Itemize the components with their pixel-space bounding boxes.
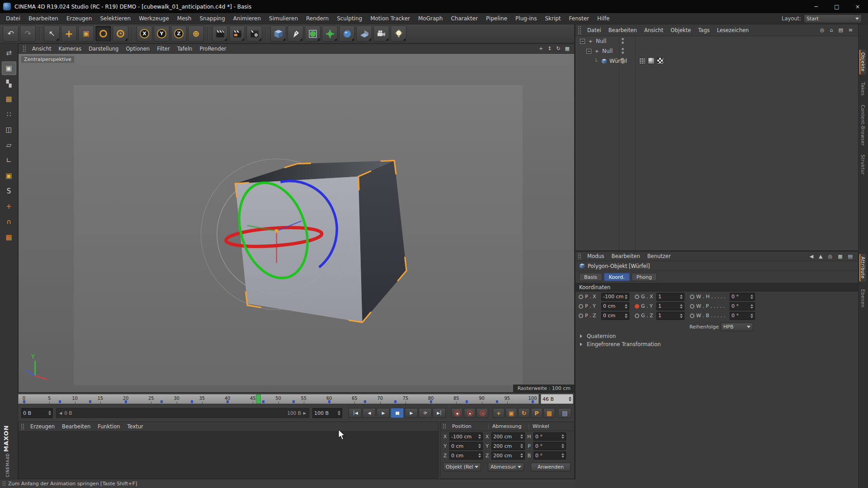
y-axis-lock-button[interactable]: Y <box>154 26 170 42</box>
play-forwards-button[interactable]: ▶ <box>377 408 390 418</box>
keyframe-marker[interactable] <box>394 400 396 403</box>
panel-grip[interactable] <box>2 481 6 487</box>
viewport-menu-optionen[interactable]: Optionen <box>122 45 153 53</box>
menu-animieren[interactable]: Animieren <box>229 14 265 23</box>
list-icon[interactable]: ▤ <box>846 253 854 259</box>
uv-mode-button[interactable]: ▦ <box>2 92 16 106</box>
vertical-splitter[interactable] <box>574 24 576 488</box>
edges-mode-button[interactable]: ◫ <box>2 123 16 136</box>
menu-bearbeiten[interactable]: Bearbeiten <box>24 14 62 23</box>
redo-button[interactable]: ↷ <box>20 26 36 42</box>
search-icon[interactable]: ◎ <box>818 27 826 33</box>
keyframe-marker[interactable] <box>328 400 330 403</box>
viewport-menu-tafeln[interactable]: Tafeln <box>174 45 196 53</box>
object-name[interactable]: Null <box>596 38 606 44</box>
preview-range-slider[interactable]: ◀ 0 B 100 B ▶ <box>56 408 309 418</box>
coord-mode-dropdown[interactable]: Objekt (Rel) <box>443 463 481 471</box>
anim-circle-px[interactable] <box>579 295 583 299</box>
material-menu-textur[interactable]: Textur <box>124 422 147 431</box>
points-mode-button[interactable]: ∷ <box>2 108 16 121</box>
keyframe-marker[interactable] <box>262 400 264 403</box>
up-icon[interactable]: ▲ <box>817 253 824 259</box>
keyframe-marker[interactable] <box>496 400 498 403</box>
maximize-button[interactable]: □ <box>826 0 847 13</box>
layout-dropdown[interactable]: Start <box>804 14 862 23</box>
expander-icon[interactable] <box>586 49 591 54</box>
undo-button[interactable]: ↶ <box>3 26 19 42</box>
pause-button[interactable]: ▮▮ <box>391 408 404 418</box>
snap-toggle-button[interactable]: ∩ <box>2 215 16 229</box>
tab-phong[interactable]: Phong <box>632 273 657 281</box>
om-menu-ansicht[interactable]: Ansicht <box>641 26 667 34</box>
model-mode-button[interactable]: ▣ <box>2 61 16 75</box>
dock-tab-struktur[interactable]: Struktur <box>859 152 866 178</box>
angle-b-field[interactable]: 0 ° <box>533 451 566 460</box>
menu-hilfe[interactable]: Hilfe <box>593 14 613 23</box>
gz-field[interactable]: 1 <box>656 312 684 320</box>
menu-snapping[interactable]: Snapping <box>195 14 229 23</box>
anim-circle-py[interactable] <box>579 304 583 309</box>
material-list-area[interactable] <box>19 432 438 479</box>
viewport-menu-darstellung[interactable]: Darstellung <box>85 45 122 53</box>
key-position-toggle[interactable]: + <box>493 408 505 418</box>
menu-pipeline[interactable]: Pipeline <box>482 14 511 23</box>
panel-grip[interactable] <box>21 423 24 430</box>
keyframe-marker[interactable] <box>226 400 229 403</box>
menu-werkzeuge[interactable]: Werkzeuge <box>135 14 173 23</box>
object-name[interactable]: Null <box>602 48 613 54</box>
polygons-mode-button[interactable]: ▱ <box>2 138 16 152</box>
keyframe-marker[interactable] <box>430 400 432 403</box>
wb-field[interactable]: 0 ° <box>730 312 755 320</box>
visibility-dots[interactable] <box>622 38 624 44</box>
dock-tab-content-browser[interactable]: Content-Browser <box>859 102 866 149</box>
coordinate-system-button[interactable]: ⊕ <box>188 26 204 42</box>
keyframe-marker[interactable] <box>59 400 61 403</box>
gx-field[interactable]: 1 <box>656 293 684 301</box>
menu-motion-tracker[interactable]: Motion Tracker <box>366 14 414 23</box>
pz-field[interactable]: 0 cm <box>601 312 629 320</box>
am-menu-benutzer[interactable]: Benutzer <box>644 252 675 260</box>
am-menu-bearbeiten[interactable]: Bearbeiten <box>608 252 644 260</box>
menu-simulieren[interactable]: Simulieren <box>265 14 302 23</box>
anim-circle-wb[interactable] <box>690 314 694 318</box>
om-menu-tags[interactable]: Tags <box>694 26 713 34</box>
om-menu-objekte[interactable]: Objekte <box>667 26 694 34</box>
keyframe-marker[interactable] <box>160 400 163 403</box>
size-z-field[interactable]: 200 cm <box>491 451 525 460</box>
render-view-button[interactable] <box>212 26 228 42</box>
timeline-ruler[interactable]: 0510152025303540455055606570758085909510… <box>18 394 539 404</box>
object-name[interactable]: Würfel <box>609 58 627 64</box>
scale-tool-button[interactable]: ▣ <box>78 26 94 42</box>
menu-fenster[interactable]: Fenster <box>565 14 594 23</box>
object-row-null-2[interactable]: + Null <box>576 46 858 56</box>
phong-tag-icon[interactable] <box>648 57 655 64</box>
view-rotate-icon[interactable]: ↻ <box>556 46 560 52</box>
render-picture-viewer-button[interactable] <box>229 26 245 42</box>
texture-tag-icon[interactable] <box>657 57 664 64</box>
wp-field[interactable]: 0 ° <box>730 302 755 310</box>
coord-size-dropdown[interactable]: Abmessung <box>488 463 524 471</box>
gy-field[interactable]: 1 <box>656 302 684 310</box>
size-x-field[interactable]: 200 cm <box>491 432 525 441</box>
last-tool-button[interactable] <box>113 26 128 42</box>
keyframe-marker[interactable] <box>364 400 366 403</box>
dock-tab-ebenen[interactable]: Ebenen <box>859 286 866 310</box>
minimize-button[interactable]: ─ <box>806 0 826 13</box>
live-selection-button[interactable]: ↖ <box>44 26 60 42</box>
section-quaternion[interactable]: Quaternion <box>580 332 858 340</box>
viewport-canvas[interactable]: Y <box>19 54 575 392</box>
view-toggle-icon[interactable]: ▦ <box>565 46 570 52</box>
anim-circle-gx[interactable] <box>635 295 639 299</box>
render-settings-button[interactable] <box>246 26 262 42</box>
section-frozen-transform[interactable]: Eingefrorene Transformation <box>580 340 858 348</box>
search-icon[interactable]: ◎ <box>826 253 835 259</box>
add-generator-button[interactable] <box>322 26 338 42</box>
record-keyframe-button[interactable]: ● <box>451 408 463 418</box>
px-field[interactable]: -100 cm <box>601 293 629 301</box>
goto-start-button[interactable]: │◀ <box>349 408 362 418</box>
menu-sculpting[interactable]: Sculpting <box>333 14 366 23</box>
panel-grip[interactable] <box>443 423 446 429</box>
anim-circle-pz[interactable] <box>579 314 583 318</box>
rotate-tool-button[interactable] <box>95 26 111 42</box>
panel-grip[interactable] <box>578 26 581 34</box>
